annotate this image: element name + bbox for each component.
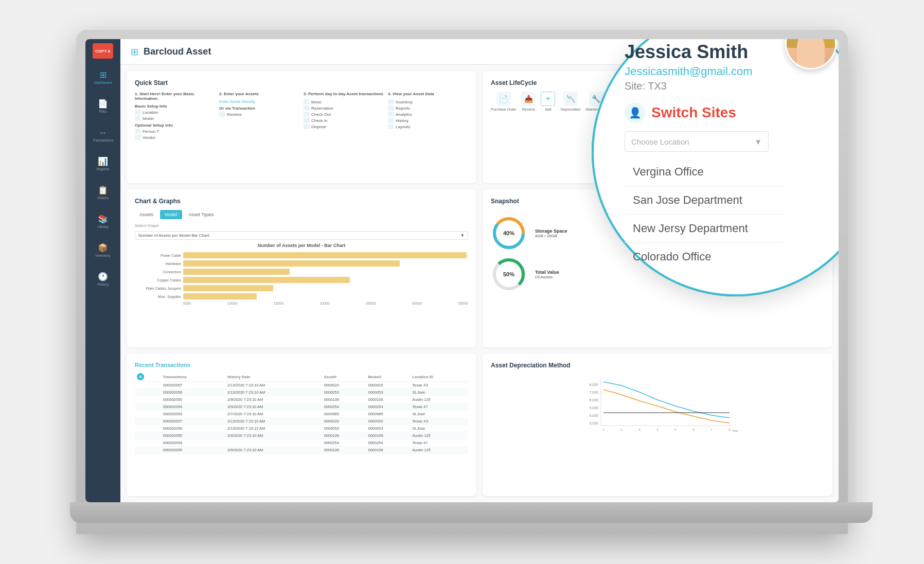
sidebar-item-dashboard[interactable]: ⊞ Dashboard bbox=[90, 64, 116, 91]
qs-layouts-item: Layouts bbox=[388, 124, 468, 129]
axis-1: 10000 bbox=[227, 302, 237, 305]
quick-start-title: Quick Start bbox=[135, 79, 468, 86]
purchase-order-icon: 📄 bbox=[496, 92, 511, 106]
chart-title: Number of Assets per Model - Bar Chart bbox=[135, 243, 468, 248]
location-dropdown[interactable]: Choose Location ▼ bbox=[625, 131, 769, 152]
bar-chart: Power Cable Hardware Connectors bbox=[135, 252, 468, 299]
qs-enter-directly-link[interactable]: Enter Asset Directly bbox=[219, 99, 299, 104]
svg-text:4: 4 bbox=[656, 428, 659, 431]
chart-select-dropdown[interactable]: Number of Assets per Model Bar Chart ▼ bbox=[135, 231, 468, 240]
svg-text:4,000: 4,000 bbox=[589, 414, 598, 417]
table-row: 0000020542/9/2020 7:23:10 AM000025400002… bbox=[135, 403, 468, 411]
cell-9-2: 0000108 bbox=[322, 447, 366, 454]
sidebar-label-inventory: Inventory bbox=[96, 254, 111, 257]
sidebar-item-orders[interactable]: 📋 Orders bbox=[90, 179, 116, 206]
charts-card: Chart & Graphs Assets Model Asset Types … bbox=[127, 189, 476, 347]
qs-location-item: Location bbox=[135, 110, 215, 115]
qs-step-3: 3. Perform day to day Asset transactions… bbox=[304, 92, 384, 141]
table-row: 0000020532/7/2020 7:23:10 AM000098500009… bbox=[135, 411, 468, 418]
sidebar-label-history: History bbox=[97, 283, 109, 286]
sidebar-label-dashboard: Dashboard bbox=[94, 81, 112, 84]
overlay-panel: Jessica Smith Jessicasmith@gmail.com Sit… bbox=[592, 39, 839, 296]
qs-dispose-item: Dispose bbox=[304, 124, 384, 129]
tab-model[interactable]: Model bbox=[160, 210, 182, 219]
transactions-card: Recent Transactions + Transactions Histo… bbox=[127, 354, 476, 496]
svg-text:1: 1 bbox=[602, 428, 605, 431]
tab-asset-types[interactable]: Asset Types bbox=[184, 210, 219, 219]
receive-label: Receive bbox=[522, 108, 535, 111]
bar-fill-1 bbox=[183, 260, 400, 267]
bar-row-5: Misc. Supplies bbox=[135, 293, 468, 299]
switch-sites-icon: 👤 bbox=[625, 102, 645, 123]
col-add: + bbox=[135, 372, 161, 382]
cell-7-3: 0000108 bbox=[366, 432, 410, 439]
qs-dot bbox=[135, 110, 141, 115]
tab-assets[interactable]: Assets bbox=[135, 210, 158, 219]
library-icon: 📚 bbox=[98, 214, 108, 224]
cell-8-2: 0000254 bbox=[322, 439, 366, 447]
lifecycle-receive: 📥 Receive bbox=[521, 92, 536, 111]
cell-0-2: 0000020 bbox=[322, 382, 366, 389]
qs-dot bbox=[388, 105, 394, 111]
location-option-3[interactable]: Colorado Office bbox=[625, 243, 784, 271]
cell-4-3: 0000985 bbox=[366, 411, 410, 418]
sidebar-item-transactions[interactable]: ↔ Transactions bbox=[90, 121, 116, 148]
cell-0-3: 0000020 bbox=[366, 382, 410, 389]
sidebar-item-library[interactable]: 📚 Library bbox=[90, 208, 116, 235]
cell-3-3: 0000254 bbox=[366, 403, 410, 411]
qs-step-2: 2. Enter your Assets Enter Asset Directl… bbox=[219, 92, 299, 141]
storage-detail: 8GB / 20GB bbox=[535, 234, 567, 238]
cell-6-1: 2/13/2020 7:23:10 AM bbox=[225, 425, 322, 432]
cell-8-0: 000002054 bbox=[161, 439, 225, 447]
app-container: COPY A ⊞ Dashboard 📄 Files ↔ Transaction… bbox=[85, 39, 839, 502]
table-row: 0000020562/13/2020 7:23:10 AM00000530000… bbox=[135, 425, 468, 432]
cell-9-4: Austin 125 bbox=[410, 447, 468, 454]
cell-2-3: 0000108 bbox=[366, 396, 410, 403]
laptop-frame: COPY A ⊞ Dashboard 📄 Files ↔ Transaction… bbox=[76, 30, 848, 534]
receive-icon: 📥 bbox=[521, 92, 536, 106]
qs-optional-label: Optional Setup info bbox=[135, 123, 215, 128]
sidebar-item-inventory[interactable]: 📦 Inventory bbox=[90, 237, 116, 263]
cell-5-4: Texas X3 bbox=[410, 418, 468, 425]
charts-title: Chart & Graphs bbox=[135, 198, 468, 205]
value-info: Total Value Of Assets bbox=[535, 270, 559, 279]
qs-step1-title: 1. Start Here! Enter your Basic Informat… bbox=[135, 92, 215, 101]
table-row: 0000020562/13/2020 7:23:10 AM00000530000… bbox=[135, 389, 468, 396]
table-row: 0000020552/9/2020 7:23:10 AM000010800001… bbox=[135, 396, 468, 403]
qs-analytics-item: Analytics bbox=[388, 112, 468, 117]
svg-text:2: 2 bbox=[620, 428, 623, 431]
axis-4: 25000 bbox=[366, 302, 376, 305]
location-option-1[interactable]: San Jose Department bbox=[625, 186, 784, 215]
cell-1-1: 2/13/2020 7:23:10 AM bbox=[225, 389, 322, 396]
app-title: Barcloud Asset bbox=[144, 46, 211, 57]
depreciation-label: Depreciation bbox=[560, 108, 580, 111]
location-option-0[interactable]: Vergina Office bbox=[625, 158, 784, 186]
svg-text:3,000: 3,000 bbox=[589, 421, 598, 425]
svg-text:6,000: 6,000 bbox=[589, 398, 598, 402]
add-transaction-button[interactable]: + bbox=[137, 373, 144, 380]
cell-4-1: 2/7/2020 7:23:10 AM bbox=[225, 411, 322, 418]
depreciation-title: Asset Depreciation Method bbox=[491, 362, 824, 369]
qs-checkin-item: Check In bbox=[304, 118, 384, 123]
cell-9-3: 0000108 bbox=[366, 447, 410, 454]
cell-1-2: 0000053 bbox=[322, 389, 366, 396]
sidebar-item-reports[interactable]: 📊 Reports bbox=[90, 150, 116, 177]
col-history-date: History Date bbox=[225, 372, 322, 382]
cell-6-0: 000002056 bbox=[161, 425, 225, 432]
dashboard-icon: ⊞ bbox=[100, 70, 106, 80]
cell-1-0: 000002056 bbox=[161, 389, 225, 396]
value-label: Total Value bbox=[535, 270, 559, 275]
svg-text:7,000: 7,000 bbox=[589, 391, 598, 394]
transactions-table: + Transactions History Date Asset# Model… bbox=[135, 372, 468, 454]
location-option-2[interactable]: New Jersy Department bbox=[625, 215, 784, 243]
bar-row-4: Fiber Cables Jumpers bbox=[135, 285, 468, 291]
sidebar-label-library: Library bbox=[97, 225, 108, 228]
cell-6-2: 0000053 bbox=[322, 425, 366, 432]
sidebar-item-history[interactable]: 🕐 History bbox=[90, 266, 116, 292]
cell-0-0: 000002057 bbox=[161, 382, 225, 389]
bar-fill-5 bbox=[183, 293, 257, 299]
lifecycle-add: + Add bbox=[541, 92, 555, 111]
sidebar-item-files[interactable]: 📄 Files bbox=[90, 93, 116, 119]
add-label: Add bbox=[545, 108, 551, 111]
cell-5-2: 0000020 bbox=[322, 418, 366, 425]
